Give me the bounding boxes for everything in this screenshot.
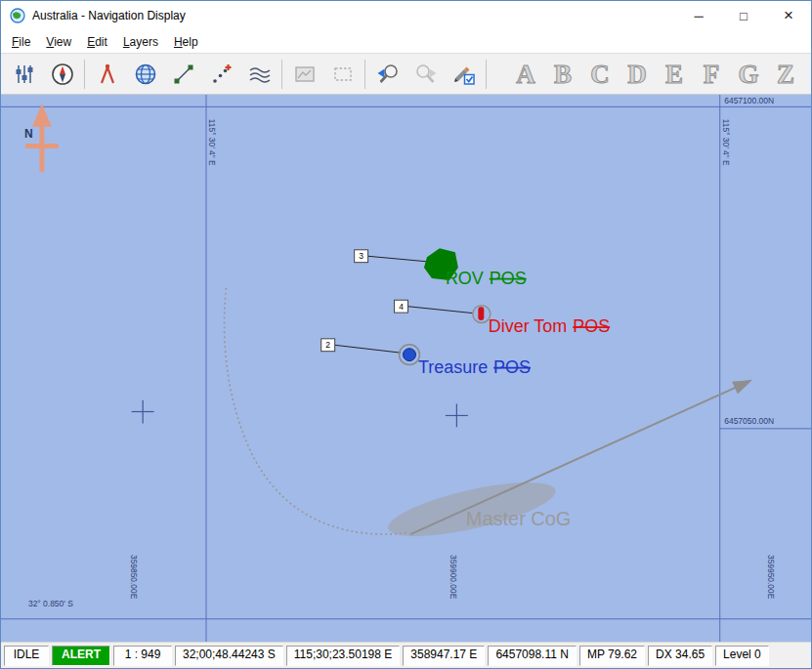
polyline-icon: [171, 62, 196, 87]
target-tag: 4: [399, 302, 404, 312]
zoom-next-icon: [413, 62, 439, 87]
menu-file[interactable]: File: [4, 32, 38, 52]
globe-icon: [133, 62, 158, 87]
letter-button-d[interactable]: D: [619, 58, 656, 91]
close-button[interactable]: ×: [766, 1, 811, 30]
divider-tool-button[interactable]: [88, 58, 126, 91]
status-longitude: 115;30;23.50198 E: [286, 646, 401, 666]
menu-edit[interactable]: Edit: [79, 32, 115, 52]
easting-label-left: 359850.00E: [129, 555, 139, 600]
master-cog-label: Master CoG: [466, 508, 571, 529]
latitude-label: 32° 0.850' S: [28, 599, 73, 608]
status-scale: 1 : 949: [113, 646, 172, 666]
easting-label-mid: 359900.00E: [449, 555, 458, 600]
letter-button-z[interactable]: Z: [767, 58, 804, 91]
diver-symbol[interactable]: [478, 307, 484, 320]
menu-view[interactable]: View: [38, 32, 79, 52]
minimize-button[interactable]: ─: [676, 1, 721, 30]
image-button[interactable]: [285, 58, 323, 91]
polyline-button[interactable]: [164, 58, 202, 91]
zoom-next-button[interactable]: [406, 58, 445, 91]
letter-button-f[interactable]: F: [693, 58, 730, 91]
letter-button-c[interactable]: C: [581, 58, 619, 91]
easting-label-right: 359950.00E: [766, 555, 776, 600]
select-area-icon: [330, 62, 356, 87]
letter-button-a[interactable]: A: [507, 58, 544, 91]
window-title: Australia - Navigation Display: [32, 9, 186, 22]
zoom-previous-icon: [375, 62, 401, 87]
menu-layers[interactable]: Layers: [115, 32, 166, 52]
edit-validate-icon: [451, 62, 477, 87]
status-bar: IDLE ALERT 1 : 949 32;00;48.44243 S 115;…: [1, 642, 811, 668]
status-level: Level 0: [715, 646, 769, 666]
status-dx: DX 34.65: [648, 646, 712, 666]
toolbar-separator: [281, 60, 282, 89]
display-settings-button[interactable]: [5, 58, 43, 91]
map-viewport[interactable]: 6457100.00N 6457050.00N 115° 30' 4" E 11…: [1, 95, 811, 642]
longitude-label-right: 115° 30' 4" E: [721, 119, 731, 166]
menu-bar: File View Edit Layers Help: [1, 30, 811, 53]
title-bar: Australia - Navigation Display ─ □ ×: [1, 1, 811, 30]
compass-button[interactable]: [43, 58, 81, 91]
app-globe-icon: [10, 8, 25, 23]
maximize-button[interactable]: □: [721, 1, 766, 30]
status-northing: 6457098.11 N: [488, 646, 577, 666]
select-area-button[interactable]: [323, 58, 362, 91]
treasure-symbol[interactable]: [404, 349, 416, 361]
zoom-previous-button[interactable]: [368, 58, 406, 91]
status-easting: 358947.17 E: [403, 646, 485, 666]
north-letter: N: [24, 127, 33, 141]
letter-button-b[interactable]: B: [544, 58, 581, 91]
status-latitude: 32;00;48.44243 S: [175, 646, 283, 666]
menu-help[interactable]: Help: [166, 32, 206, 52]
sea-background: [1, 95, 811, 642]
display-settings-icon: [12, 62, 37, 87]
edit-validate-button[interactable]: [445, 58, 483, 91]
compass-icon: [50, 62, 75, 87]
diver-label: Diver TomPOS: [489, 316, 610, 336]
treasure-label: TreasurePOS: [418, 357, 531, 377]
globe-button[interactable]: [126, 58, 164, 91]
layer-letter-buttons: A B C D E F G Z: [507, 58, 804, 91]
toolbar-separator: [486, 60, 487, 89]
image-icon: [292, 62, 318, 87]
toolbar-separator: [84, 60, 85, 89]
toolbar: A B C D E F G Z: [1, 53, 811, 95]
contours-icon: [247, 62, 273, 87]
status-mode: IDLE: [4, 646, 49, 666]
toolbar-separator: [364, 60, 365, 89]
target-tag: 2: [325, 340, 330, 350]
status-mp: MP 79.62: [579, 646, 645, 666]
window-controls: ─ □ ×: [676, 1, 811, 30]
northing-label-mid: 6457050.00N: [724, 416, 774, 426]
status-alert: ALERT: [52, 646, 110, 666]
longitude-label-left: 115° 30' 4" E: [207, 119, 217, 166]
contours-button[interactable]: [240, 58, 278, 91]
divider-tool-icon: [95, 62, 120, 87]
add-point-icon: [209, 62, 235, 87]
app-window: Australia - Navigation Display ─ □ × Fil…: [0, 0, 812, 669]
northing-label-top: 6457100.00N: [724, 96, 774, 105]
letter-button-g[interactable]: G: [730, 58, 767, 91]
target-tag: 3: [359, 251, 363, 261]
letter-button-e[interactable]: E: [656, 58, 693, 91]
add-point-button[interactable]: [202, 58, 240, 91]
